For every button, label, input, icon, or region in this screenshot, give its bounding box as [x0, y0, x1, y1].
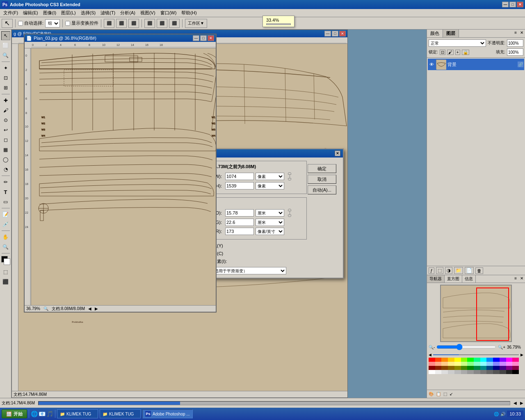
- tab-layers[interactable]: 图层: [443, 30, 459, 37]
- swatch-dark-navy[interactable]: [493, 366, 500, 370]
- nav-panel-close[interactable]: ✕: [518, 275, 525, 283]
- swatch-left-btn[interactable]: ◀: [429, 353, 431, 357]
- swatch-teal[interactable]: [480, 366, 487, 370]
- swatch-blue[interactable]: [486, 358, 493, 362]
- menu-view[interactable]: 视图(V): [138, 9, 158, 17]
- ie-icon[interactable]: 🌐: [31, 411, 38, 417]
- swatch-light-gray[interactable]: [441, 370, 448, 374]
- swatch-scrollbar-thumb[interactable]: [433, 354, 459, 355]
- swatch-peach[interactable]: [435, 362, 442, 366]
- swatch-yellow[interactable]: [448, 358, 454, 362]
- swatch-lavender[interactable]: [500, 362, 506, 366]
- eyedropper-tool[interactable]: 💉: [1, 220, 10, 229]
- bg-maximize[interactable]: □: [332, 31, 338, 37]
- swatch-cyan-green[interactable]: [474, 358, 480, 362]
- plan-nav-right[interactable]: ▶: [95, 306, 98, 311]
- brush-tool[interactable]: 🖌: [1, 106, 10, 115]
- bg-close[interactable]: ✕: [339, 31, 346, 37]
- panel-icon-1[interactable]: 🎨: [429, 392, 434, 396]
- swatch-light-red[interactable]: [429, 362, 435, 366]
- lock-paint-icon[interactable]: 🖌: [447, 50, 454, 55]
- swatch-pale-yellow[interactable]: [454, 362, 461, 366]
- tab-color[interactable]: 颜色: [427, 30, 443, 37]
- plan-maximize[interactable]: □: [200, 35, 207, 41]
- swatch-magenta[interactable]: [506, 358, 513, 362]
- auto-select-dropdown[interactable]: 组: [45, 19, 60, 27]
- swatch-red[interactable]: [429, 358, 435, 362]
- swatch-olive[interactable]: [448, 366, 454, 370]
- swatch-near-white[interactable]: [435, 370, 442, 374]
- swatch-forest[interactable]: [474, 366, 480, 370]
- swatch-right-btn[interactable]: ▶: [520, 353, 523, 357]
- background-color[interactable]: [4, 258, 10, 265]
- layer-visibility-icon[interactable]: 👁: [429, 62, 434, 67]
- swatch-light-cyan[interactable]: [480, 362, 487, 366]
- delete-layer-btn[interactable]: 🗑: [475, 267, 483, 274]
- zoom-slider[interactable]: [436, 345, 496, 349]
- dialog-close-button[interactable]: ✕: [335, 151, 340, 156]
- swatch-pink[interactable]: [512, 358, 519, 362]
- minimize-button[interactable]: —: [502, 2, 509, 7]
- swatch-light-green[interactable]: [467, 362, 474, 366]
- bg-minimize[interactable]: —: [324, 31, 331, 37]
- zoom-in-btn[interactable]: 🔍+: [498, 345, 505, 349]
- panel-icon-3[interactable]: ⬚: [443, 392, 447, 396]
- layer-item-background[interactable]: 👁 背景 🔗: [428, 59, 524, 70]
- height-input[interactable]: [225, 182, 254, 189]
- width-input[interactable]: [225, 173, 254, 180]
- align-btn-2[interactable]: ⬛: [116, 19, 127, 28]
- swatch-orange-red[interactable]: [435, 358, 442, 362]
- mask-mode[interactable]: ⬚: [1, 267, 10, 276]
- cancel-button[interactable]: 取消: [308, 175, 336, 184]
- swatch-gray6[interactable]: [486, 370, 493, 374]
- tab-info[interactable]: 信息: [462, 275, 476, 283]
- workspace-btn[interactable]: 工作区 ▼: [185, 19, 207, 28]
- swatch-gray7[interactable]: [493, 370, 500, 374]
- swatch-dark-gray[interactable]: [500, 370, 506, 374]
- panel-icon-4[interactable]: ↙: [450, 392, 453, 396]
- align-btn-4[interactable]: ⬛: [144, 19, 155, 28]
- doc-height-unit[interactable]: 厘米: [256, 219, 284, 226]
- panel-menu-btn[interactable]: ≡: [513, 30, 518, 37]
- swatch-dark-yellow[interactable]: [454, 366, 461, 370]
- status-nav-left[interactable]: ◀: [514, 401, 517, 405]
- swatch-cyan[interactable]: [480, 358, 487, 362]
- zoom-slider[interactable]: [266, 23, 291, 25]
- stamp-tool[interactable]: ⊙: [1, 116, 10, 125]
- align-btn-5[interactable]: ⬛: [157, 19, 167, 28]
- eraser-tool[interactable]: ◻: [1, 135, 10, 144]
- zoom-out-btn[interactable]: 🔍-: [429, 345, 435, 349]
- align-btn-6[interactable]: ⬛: [169, 19, 180, 28]
- nav-selection-box[interactable]: [476, 288, 509, 341]
- menu-edit[interactable]: 编辑(E): [21, 9, 41, 17]
- swatch-light-yellow[interactable]: [448, 362, 454, 366]
- doc-height-input[interactable]: [225, 219, 254, 226]
- swatch-light-lime[interactable]: [461, 362, 468, 366]
- blur-tool[interactable]: ◯: [1, 155, 10, 164]
- plan-nav-left[interactable]: ◀: [88, 306, 91, 311]
- swatch-brown[interactable]: [435, 366, 442, 370]
- blend-mode-select[interactable]: 正常: [429, 39, 486, 47]
- doc-width-input[interactable]: [225, 209, 254, 217]
- swatch-light-magenta[interactable]: [506, 362, 513, 366]
- resolution-input[interactable]: [225, 228, 254, 235]
- swatch-dark-brown[interactable]: [441, 366, 448, 370]
- lock-transparent-icon[interactable]: ⊡: [440, 50, 445, 55]
- auto-button[interactable]: 自动(A)...: [308, 185, 336, 194]
- swatch-bright-yellow[interactable]: [454, 358, 461, 362]
- close-button[interactable]: ✕: [517, 2, 523, 7]
- swatch-dark-blue[interactable]: [493, 358, 500, 362]
- menu-select[interactable]: 选择(S): [78, 9, 98, 17]
- menu-analyze[interactable]: 分析(A): [118, 9, 138, 17]
- swatch-navy[interactable]: [486, 366, 493, 370]
- swatch-mint[interactable]: [474, 362, 480, 366]
- swatch-near-black[interactable]: [506, 370, 513, 374]
- color-selector[interactable]: [1, 256, 10, 265]
- nav-preview[interactable]: [440, 285, 512, 342]
- width-unit[interactable]: 像素: [256, 173, 284, 180]
- screen-mode[interactable]: ⬛: [1, 277, 10, 286]
- menu-layer[interactable]: 图层(L): [59, 9, 78, 17]
- shape-tool[interactable]: ▭: [1, 197, 10, 206]
- marquee-tool[interactable]: ⬜: [1, 41, 10, 50]
- lock-move-icon[interactable]: +: [455, 50, 460, 55]
